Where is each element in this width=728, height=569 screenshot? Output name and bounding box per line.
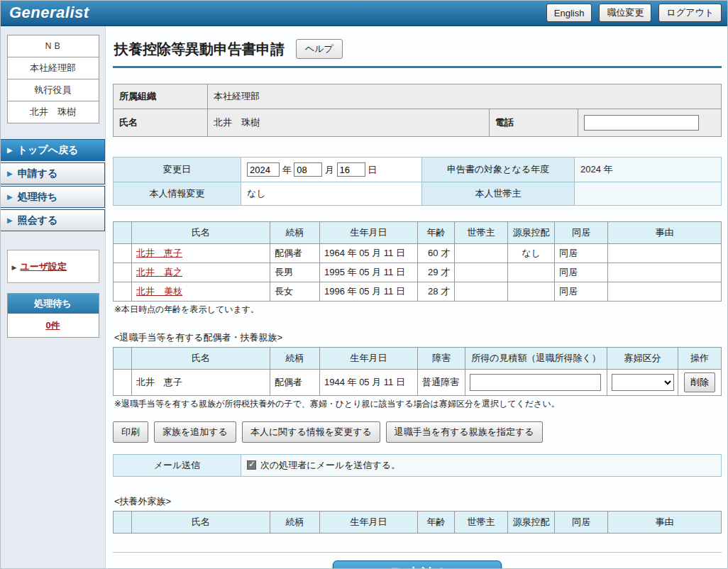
target-year-label: 申告書の対象となる年度	[422, 158, 575, 182]
change-date-table: 変更日 年 月 日 申告書の対象となる年度 2024 年 本人情報変更 なし	[113, 157, 722, 206]
col-withholding: 源泉控配	[508, 512, 555, 534]
sidebar-item-pending[interactable]: ▶処理待ち	[1, 186, 105, 208]
pending-count-link[interactable]: 0件	[45, 320, 60, 331]
col-income-estimate: 所得の見積額（退職所得除く）	[465, 348, 607, 370]
col-relation: 続柄	[270, 512, 320, 534]
sidebar-nav: ▶トップへ戻る ▶申請する ▶処理待ち ▶照会する	[1, 139, 105, 231]
col-relation: 続柄	[270, 222, 320, 244]
app-logo: Generalist	[9, 4, 89, 22]
user-name: 北井 珠樹	[8, 101, 99, 123]
main-content: 扶養控除等異動申告書申請 ヘルプ 所属組織 本社経理部 氏名 北井 珠樹 電話	[106, 26, 727, 568]
change-day-input[interactable]	[337, 162, 365, 177]
header-buttons: English 職位変更 ログアウト	[546, 4, 722, 22]
triangle-icon: ▶	[7, 170, 13, 177]
table-row: 北井 恵子 配偶者 1964 年 05 月 11 日 60 才 なし 同居	[114, 244, 722, 263]
year-suffix: 年	[282, 165, 292, 175]
user-department: 本社経理部	[8, 57, 99, 79]
age-footnote: ※本日時点の年齢を表示しています。	[114, 304, 722, 316]
sidebar: ＮＢ 本社経理部 執行役員 北井 珠樹 ▶トップへ戻る ▶申請する ▶処理待ち …	[1, 26, 106, 568]
submit-application-button[interactable]: ▶ 申請する	[333, 560, 502, 568]
change-year-input[interactable]	[247, 162, 280, 177]
family-member-link[interactable]: 北井 美枝	[136, 286, 182, 297]
col-name: 氏名	[132, 222, 270, 244]
table-row: 北井 恵子 配偶者 1944 年 05 月 11 日 普通障害 削除	[114, 370, 722, 396]
month-suffix: 月	[325, 165, 334, 175]
family-member-link[interactable]: 北井 真之	[136, 267, 182, 277]
english-button[interactable]: English	[546, 4, 592, 22]
bottom-divider	[113, 552, 722, 553]
position-change-button[interactable]: 職位変更	[599, 4, 651, 22]
non-dependent-section-title: <扶養外家族>	[114, 495, 722, 508]
triangle-icon: ▶	[7, 193, 13, 201]
employee-info-table: 所属組織 本社経理部 氏名 北井 珠樹 電話	[113, 84, 722, 137]
col-name: 氏名	[132, 512, 270, 534]
col-withholding: 源泉控配	[508, 222, 555, 244]
col-age: 年齢	[418, 512, 455, 534]
self-info-value: なし	[241, 182, 422, 206]
sidebar-item-apply[interactable]: ▶申請する	[1, 162, 105, 184]
col-birthdate: 生年月日	[320, 348, 418, 370]
change-date-label: 変更日	[114, 158, 241, 182]
user-settings-link[interactable]: ユーザ設定	[20, 261, 67, 272]
col-disability: 障害	[418, 348, 465, 370]
user-settings-box: ▶ユーザ設定	[7, 250, 99, 283]
pending-count-box: 処理待ち 0件	[7, 293, 99, 338]
householder-label: 本人世帯主	[422, 182, 575, 206]
retirement-table-header: 氏名 続柄 生年月日 障害 所得の見積額（退職所得除く） 寡婦区分 操作	[114, 348, 722, 370]
income-estimate-input[interactable]	[470, 374, 601, 391]
col-widow-class: 寡婦区分	[607, 348, 678, 370]
logout-button[interactable]: ログアウト	[658, 4, 722, 22]
org-value: 本社経理部	[208, 84, 722, 109]
table-row: 北井 真之 長男 1995 年 05 月 11 日 29 才 同居	[114, 263, 722, 282]
name-label: 氏名	[114, 109, 208, 137]
non-dependent-table: 氏名 続柄 生年月日 年齢 世帯主 源泉控配 同居 事由	[113, 511, 722, 534]
mail-send-text: 次の処理者にメールを送信する。	[260, 460, 400, 470]
non-dependent-table-header: 氏名 続柄 生年月日 年齢 世帯主 源泉控配 同居 事由	[114, 512, 722, 534]
table-row: 北井 美枝 長女 1996 年 05 月 11 日 28 才 同居	[114, 282, 722, 302]
user-company: ＮＢ	[8, 35, 99, 57]
col-age: 年齢	[418, 222, 455, 244]
sidebar-item-inquire[interactable]: ▶照会する	[1, 209, 105, 231]
retirement-table: 氏名 続柄 生年月日 障害 所得の見積額（退職所得除く） 寡婦区分 操作 北井 …	[113, 347, 722, 396]
user-position: 執行役員	[8, 79, 99, 101]
triangle-icon: ▶	[7, 146, 13, 154]
change-month-input[interactable]	[294, 162, 322, 177]
col-reason: 事由	[608, 512, 722, 534]
mail-send-label: メール送信	[114, 455, 241, 477]
widow-class-select[interactable]	[612, 374, 674, 391]
page-title: 扶養控除等異動申告書申請	[114, 40, 285, 59]
triangle-icon: ▶	[7, 216, 13, 224]
print-button[interactable]: 印刷	[113, 421, 148, 443]
submit-button-label: 申請する	[407, 565, 462, 568]
day-suffix: 日	[368, 165, 377, 175]
col-relation: 続柄	[270, 348, 320, 370]
sidebar-item-back-to-top[interactable]: ▶トップへ戻る	[1, 139, 105, 161]
add-family-button[interactable]: 家族を追加する	[154, 421, 236, 443]
change-self-info-button[interactable]: 本人に関する情報を変更する	[242, 421, 380, 443]
col-householder: 世帯主	[455, 512, 508, 534]
family-table-header: 氏名 続柄 生年月日 年齢 世帯主 源泉控配 同居 事由	[114, 222, 722, 244]
phone-label: 電話	[490, 109, 578, 137]
col-householder: 世帯主	[455, 222, 508, 244]
retirement-footnote: ※退職手当等を有する親族が所得税扶養外の子で、寡婦・ひとり親に該当する場合は寡婦…	[114, 398, 722, 410]
mail-send-checkbox[interactable]	[247, 460, 256, 470]
user-info-box: ＮＢ 本社経理部 執行役員 北井 珠樹	[7, 35, 99, 123]
delete-row-button[interactable]: 削除	[684, 372, 715, 392]
family-table: 氏名 続柄 生年月日 年齢 世帯主 源泉控配 同居 事由 北井 恵子 配偶者 1…	[113, 221, 722, 302]
col-living-together: 同居	[555, 222, 608, 244]
phone-input[interactable]	[584, 115, 699, 131]
sidebar-item-label: トップへ戻る	[18, 144, 79, 157]
specify-retirement-button[interactable]: 退職手当を有する親族を指定する	[386, 421, 543, 443]
name-value: 北井 珠樹	[208, 109, 490, 137]
col-reason: 事由	[608, 222, 722, 244]
help-button[interactable]: ヘルプ	[296, 39, 343, 59]
title-divider	[113, 66, 722, 68]
app-header: Generalist English 職位変更 ログアウト	[1, 1, 727, 26]
mail-send-table: メール送信 次の処理者にメールを送信する。	[113, 454, 722, 477]
sidebar-item-label: 処理待ち	[18, 191, 57, 204]
family-member-link[interactable]: 北井 恵子	[136, 248, 182, 258]
triangle-icon: ▶	[12, 264, 17, 271]
col-birthdate: 生年月日	[320, 512, 418, 534]
retirement-section-title: <退職手当等を有する配偶者・扶養親族>	[114, 331, 722, 344]
col-name: 氏名	[132, 348, 270, 370]
